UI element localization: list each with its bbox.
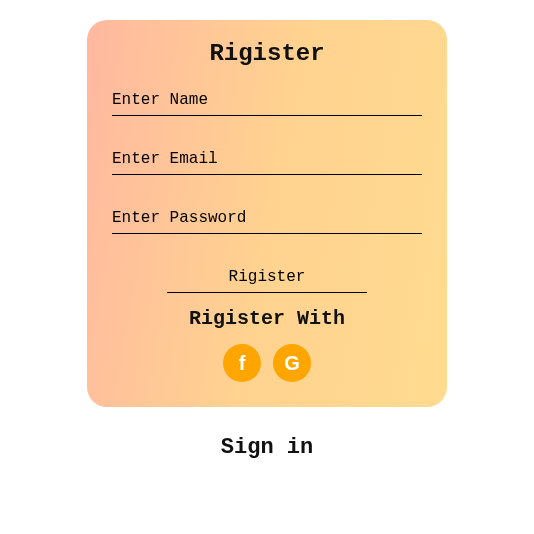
name-input[interactable] [112, 85, 422, 116]
social-row: f G [223, 344, 311, 382]
register-card: Rigister Rigister Rigister With f G [87, 20, 447, 407]
facebook-button[interactable]: f [223, 344, 261, 382]
page-title: Rigister [209, 40, 324, 67]
google-button[interactable]: G [273, 344, 311, 382]
social-title: Rigister With [189, 307, 345, 330]
password-input[interactable] [112, 203, 422, 234]
google-icon: G [284, 352, 300, 375]
sign-in-link[interactable]: Sign in [221, 435, 313, 460]
register-button[interactable]: Rigister [167, 264, 367, 293]
facebook-icon: f [239, 352, 246, 375]
email-input[interactable] [112, 144, 422, 175]
